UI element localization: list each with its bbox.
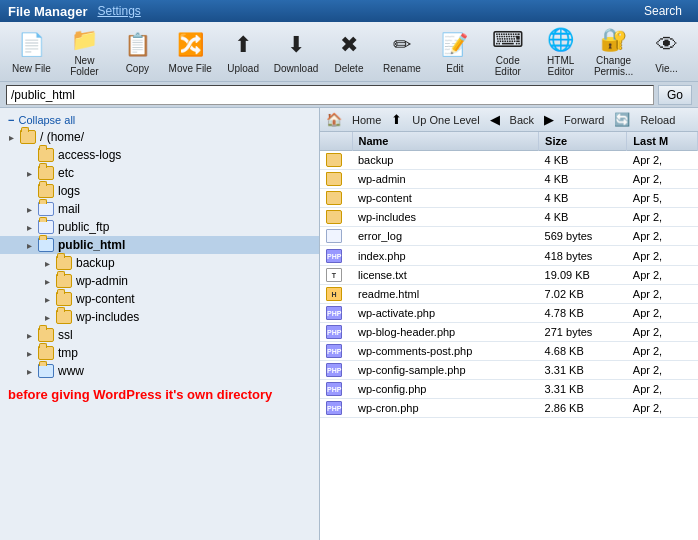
- file-name[interactable]: backup: [352, 151, 539, 170]
- file-date: Apr 2,: [627, 380, 698, 399]
- reload-button[interactable]: Reload: [634, 113, 681, 127]
- table-row[interactable]: PHP wp-activate.php 4.78 KB Apr 2,: [320, 303, 698, 322]
- file-name[interactable]: wp-activate.php: [352, 303, 539, 322]
- view-button[interactable]: 👁Vie...: [641, 26, 692, 78]
- nav-bar: 🏠 Home ⬆ Up One Level ◀ Back ▶ Forward 🔄…: [320, 108, 698, 132]
- file-icon-cell: T: [320, 265, 352, 284]
- tree-item-wp-includes-sub[interactable]: ▸wp-includes: [0, 308, 319, 326]
- table-row[interactable]: PHP wp-blog-header.php 271 bytes Apr 2,: [320, 322, 698, 341]
- file-name[interactable]: wp-content: [352, 189, 539, 208]
- tree-label: etc: [58, 166, 74, 180]
- tree-item-home[interactable]: ▸/ (home/: [0, 128, 319, 146]
- rename-button[interactable]: ✏Rename: [376, 26, 427, 78]
- file-name[interactable]: error_log: [352, 227, 539, 246]
- table-row[interactable]: error_log 569 bytes Apr 2,: [320, 227, 698, 246]
- col-name[interactable]: [320, 132, 352, 151]
- file-icon-cell: PHP: [320, 303, 352, 322]
- up-one-level-button[interactable]: Up One Level: [406, 113, 485, 127]
- change-permissions-button[interactable]: 🔐Change Permis...: [588, 26, 639, 78]
- upload-button[interactable]: ⬆Upload: [218, 26, 269, 78]
- table-row[interactable]: PHP index.php 418 bytes Apr 2,: [320, 246, 698, 265]
- folder-file-icon: [326, 153, 342, 167]
- tree-expander[interactable]: ▸: [40, 292, 54, 306]
- address-input[interactable]: [6, 85, 654, 105]
- go-button[interactable]: Go: [658, 85, 692, 105]
- col-size[interactable]: Size: [539, 132, 627, 151]
- tree-item-backup-sub[interactable]: ▸backup: [0, 254, 319, 272]
- table-row[interactable]: wp-admin 4 KB Apr 2,: [320, 170, 698, 189]
- table-row[interactable]: PHP wp-comments-post.php 4.68 KB Apr 2,: [320, 341, 698, 360]
- file-name[interactable]: index.php: [352, 246, 539, 265]
- tree-expander[interactable]: ▸: [22, 238, 36, 252]
- tree-expander[interactable]: ▸: [40, 256, 54, 270]
- table-row[interactable]: PHP wp-config-sample.php 3.31 KB Apr 2,: [320, 361, 698, 380]
- file-name[interactable]: wp-admin: [352, 170, 539, 189]
- table-row[interactable]: PHP wp-cron.php 2.86 KB Apr 2,: [320, 399, 698, 418]
- table-row[interactable]: PHP wp-config.php 3.31 KB Apr 2,: [320, 380, 698, 399]
- file-name[interactable]: readme.html: [352, 284, 539, 303]
- table-row[interactable]: wp-content 4 KB Apr 5,: [320, 189, 698, 208]
- tree-item-tmp[interactable]: ▸tmp: [0, 344, 319, 362]
- tree-item-ssl[interactable]: ▸ssl: [0, 326, 319, 344]
- file-name[interactable]: wp-config-sample.php: [352, 361, 539, 380]
- html-editor-button[interactable]: 🌐HTML Editor: [535, 26, 586, 78]
- tree-expander[interactable]: ▸: [22, 346, 36, 360]
- edit-button[interactable]: 📝Edit: [429, 26, 480, 78]
- tree-label: access-logs: [58, 148, 121, 162]
- col-name-label[interactable]: Name: [352, 132, 539, 151]
- col-date[interactable]: Last M: [627, 132, 698, 151]
- new-folder-button[interactable]: 📁New Folder: [59, 26, 110, 78]
- tree-item-wp-content-sub[interactable]: ▸wp-content: [0, 290, 319, 308]
- edit-icon: 📝: [439, 29, 471, 61]
- file-name[interactable]: wp-cron.php: [352, 399, 539, 418]
- tree-expander[interactable]: ▸: [22, 364, 36, 378]
- tree-item-logs[interactable]: logs: [0, 182, 319, 200]
- tree-expander[interactable]: ▸: [22, 328, 36, 342]
- tree-item-access-logs[interactable]: access-logs: [0, 146, 319, 164]
- file-name[interactable]: license.txt: [352, 265, 539, 284]
- search-label[interactable]: Search: [644, 4, 690, 18]
- php-file-icon: PHP: [326, 382, 342, 396]
- file-date: Apr 2,: [627, 265, 698, 284]
- file-name[interactable]: wp-config.php: [352, 380, 539, 399]
- table-row[interactable]: wp-includes 4 KB Apr 2,: [320, 208, 698, 227]
- folder-icon: [38, 184, 54, 198]
- new-file-button[interactable]: 📄New File: [6, 26, 57, 78]
- tree-expander[interactable]: ▸: [22, 220, 36, 234]
- tree-item-etc[interactable]: ▸etc: [0, 164, 319, 182]
- tree-expander[interactable]: ▸: [22, 166, 36, 180]
- back-button[interactable]: Back: [504, 113, 540, 127]
- tree-expander[interactable]: ▸: [40, 310, 54, 324]
- delete-button[interactable]: ✖Delete: [324, 26, 375, 78]
- table-row[interactable]: H readme.html 7.02 KB Apr 2,: [320, 284, 698, 303]
- tree-expander[interactable]: ▸: [40, 274, 54, 288]
- table-row[interactable]: backup 4 KB Apr 2,: [320, 151, 698, 170]
- forward-button[interactable]: Forward: [558, 113, 610, 127]
- file-name[interactable]: wp-blog-header.php: [352, 322, 539, 341]
- tree-expander[interactable]: ▸: [22, 202, 36, 216]
- home-button[interactable]: Home: [346, 113, 387, 127]
- table-row[interactable]: T license.txt 19.09 KB Apr 2,: [320, 265, 698, 284]
- file-size: 4 KB: [539, 189, 627, 208]
- new-folder-icon: 📁: [68, 27, 100, 53]
- download-button[interactable]: ⬇Download: [271, 26, 322, 78]
- tree-item-www[interactable]: ▸www: [0, 362, 319, 380]
- tree-item-public_ftp[interactable]: ▸public_ftp: [0, 218, 319, 236]
- copy-button[interactable]: 📋Copy: [112, 26, 163, 78]
- settings-link[interactable]: Settings: [97, 4, 140, 18]
- tree-expander[interactable]: ▸: [4, 130, 18, 144]
- tree-item-mail[interactable]: ▸mail: [0, 200, 319, 218]
- file-name[interactable]: wp-comments-post.php: [352, 341, 539, 360]
- tree-item-public_html[interactable]: ▸public_html: [0, 236, 319, 254]
- file-name[interactable]: wp-includes: [352, 208, 539, 227]
- php-file-icon: PHP: [326, 363, 342, 377]
- code-editor-label: Code Editor: [485, 55, 530, 77]
- file-size: 418 bytes: [539, 246, 627, 265]
- tree-item-wp-admin-sub[interactable]: ▸wp-admin: [0, 272, 319, 290]
- move-file-button[interactable]: 🔀Move File: [165, 26, 216, 78]
- rename-label: Rename: [383, 63, 421, 74]
- collapse-all-button[interactable]: Collapse all: [0, 112, 319, 128]
- move-file-icon: 🔀: [174, 29, 206, 61]
- code-editor-button[interactable]: ⌨Code Editor: [482, 26, 533, 78]
- tree-label: logs: [58, 184, 80, 198]
